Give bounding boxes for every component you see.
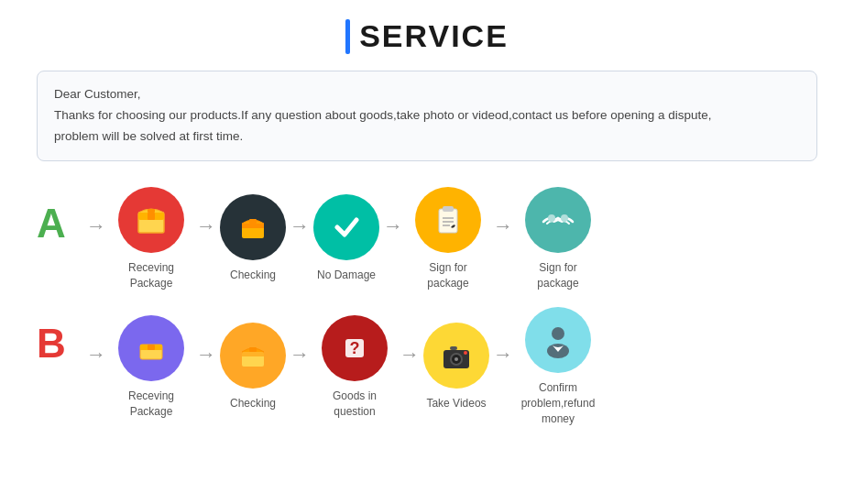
svg-rect-5 — [249, 219, 257, 224]
arrow-a0: → — [86, 214, 106, 264]
item-a1-label: Receving Package — [110, 260, 192, 291]
checkmark-icon — [313, 194, 379, 260]
row-b-letter: B — [37, 323, 77, 364]
flow-row-b: B → Receving Package → — [37, 307, 817, 426]
svg-point-13 — [561, 214, 568, 222]
flow-item-a2: Checking — [220, 194, 286, 283]
item-a3-label: No Damage — [317, 268, 376, 283]
row-b-items: → Receving Package → — [82, 307, 817, 426]
arrow-a2: → — [290, 214, 310, 264]
item-b2-label: Checking — [230, 396, 276, 411]
flow-item-a5: Sign for package — [517, 187, 599, 291]
item-a4-label: Sign for package — [407, 260, 489, 291]
flow-item-b1: Receving Package — [110, 315, 192, 420]
item-a5-label: Sign for package — [517, 260, 599, 291]
arrow-b2: → — [290, 343, 310, 392]
svg-rect-6 — [242, 224, 264, 228]
flow-item-a1: Receving Package — [110, 187, 192, 291]
svg-point-12 — [548, 214, 555, 222]
svg-rect-26 — [450, 346, 457, 350]
svg-point-25 — [454, 357, 458, 361]
flow-item-b3: ? Goods in question — [313, 315, 396, 420]
arrow-b3: → — [400, 343, 420, 392]
arrow-b1: → — [196, 343, 216, 392]
title-text: SERVICE — [359, 18, 509, 54]
title-accent-bar — [345, 19, 350, 54]
person-icon — [525, 307, 591, 373]
arrow-a3: → — [383, 214, 403, 264]
flow-item-b5: Confirm problem,refund money — [517, 307, 599, 426]
flow-item-b4: Take Videos — [423, 323, 489, 411]
svg-point-27 — [464, 351, 467, 355]
item-b4-label: Take Videos — [426, 396, 486, 411]
svg-rect-8 — [443, 206, 454, 212]
svg-text:?: ? — [350, 339, 360, 357]
package2-icon — [118, 315, 184, 381]
flow-item-a3: No Damage — [313, 194, 379, 283]
page-title: SERVICE — [345, 18, 509, 54]
row-a-items: → Receving Package → — [82, 187, 817, 291]
item-a2-label: Checking — [230, 268, 276, 283]
notice-line1: Dear Customer, — [54, 84, 800, 105]
flow-item-b2: Checking — [220, 323, 286, 411]
item-b3-label: Goods in question — [313, 389, 396, 420]
svg-rect-16 — [148, 345, 155, 350]
arrow-a4: → — [493, 214, 513, 264]
notice-line3: problem will be solved at first time. — [54, 126, 800, 148]
arrow-b0: → — [86, 343, 106, 392]
svg-rect-18 — [249, 347, 257, 352]
package-icon — [118, 187, 184, 253]
checking2-icon — [220, 323, 286, 389]
svg-rect-2 — [148, 213, 155, 220]
svg-rect-19 — [242, 352, 264, 356]
item-b5-label: Confirm problem,refund money — [517, 380, 599, 426]
checking-icon — [220, 194, 286, 260]
flow-row-a: A → Receving Package → — [37, 187, 817, 291]
flow-item-a4: Sign for package — [407, 187, 489, 291]
svg-point-28 — [552, 327, 564, 340]
question-icon: ? — [322, 315, 388, 381]
arrow-b4: → — [493, 343, 513, 392]
sign-icon — [415, 187, 481, 253]
camera-icon — [423, 323, 489, 389]
handshake-icon — [525, 187, 591, 253]
svg-rect-7 — [439, 209, 457, 233]
notice-box: Dear Customer, Thanks for choosing our p… — [37, 71, 817, 161]
item-b1-label: Receving Package — [110, 389, 192, 420]
arrow-a1: → — [196, 214, 216, 264]
svg-rect-3 — [148, 209, 155, 213]
notice-line2: Thanks for choosing our products.If any … — [54, 105, 800, 126]
row-a-letter: A — [37, 203, 77, 244]
